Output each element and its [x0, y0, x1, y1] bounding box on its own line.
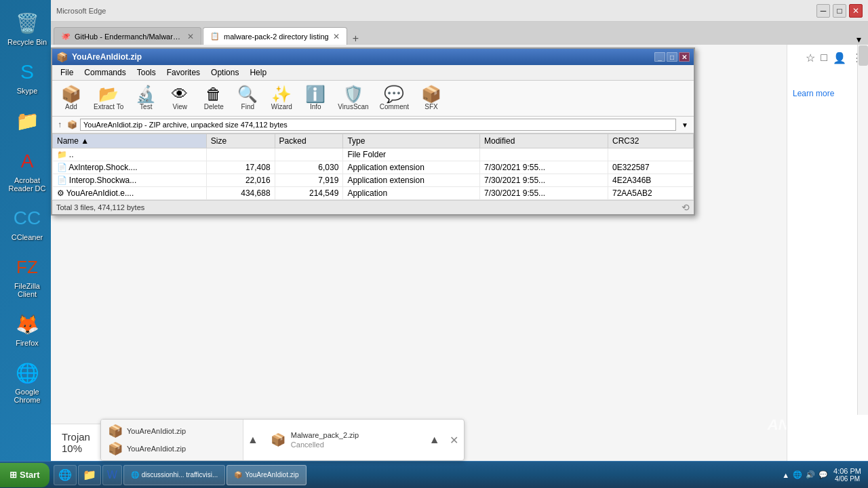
taskbar-word-btn[interactable]: W	[102, 465, 122, 485]
download-left-arrow[interactable]: ▲	[243, 420, 262, 460]
icon-recycle-bin[interactable]: 🗑️ Recycle Bin	[3, 7, 51, 49]
add-icon: 📦	[61, 86, 81, 102]
download-item-1: 📦 YouAreAnIdiot.zip	[108, 424, 236, 439]
trojan-pct2: 10%	[62, 443, 82, 454]
menu-options[interactable]: Options	[205, 66, 244, 79]
toolbar-test[interactable]: 🔬 Test	[130, 83, 162, 113]
tray-volume-icon: 🔊	[806, 470, 815, 479]
toolbar-view[interactable]: 👁 View	[163, 83, 196, 113]
toolbar-extract[interactable]: 📂 Extract To	[89, 83, 128, 113]
browser-minimize-btn[interactable]: ─	[816, 4, 830, 18]
col-header-packed[interactable]: Packed	[275, 134, 343, 148]
icon-acrobat[interactable]: A Acrobat Reader DC	[3, 145, 51, 195]
browser-tab-0[interactable]: 🐙 GitHub - Endermanch/MalwareDatab... ✕	[54, 27, 201, 45]
winrar-menubar: File Commands Tools Favorites Options He…	[52, 65, 694, 81]
tab-1-close[interactable]: ✕	[333, 32, 340, 41]
toolbar-sfx[interactable]: 📦 SFX	[415, 83, 448, 113]
scrollbar-thumb[interactable]	[859, 45, 868, 66]
toolbar-virusscan[interactable]: 🛡️ VirusScan	[333, 83, 373, 113]
file-size-1: 17,408	[206, 161, 275, 174]
toolbar-info[interactable]: ℹ️ Info	[299, 83, 332, 113]
menu-favorites[interactable]: Favorites	[161, 66, 205, 79]
tab-0-label: GitHub - Endermanch/MalwareDatab...	[75, 33, 183, 41]
download-right-arrow[interactable]: ▲	[425, 420, 444, 460]
col-header-name[interactable]: Name ▲	[53, 134, 207, 148]
icon-ccleaner[interactable]: CC CCleaner	[3, 202, 51, 244]
toolbar-add[interactable]: 📦 Add	[55, 83, 87, 113]
winrar-close-btn[interactable]: ✕	[679, 52, 690, 62]
tab-0-close[interactable]: ✕	[187, 32, 194, 41]
view-icon: 👁	[172, 86, 188, 102]
toolbar-comment[interactable]: 💬 Comment	[375, 83, 414, 113]
download-name-2: YouAreAnIdiot.zip	[127, 445, 186, 453]
file-crc32-3: 72AA5AB2	[608, 187, 693, 200]
browser-maximize-btn[interactable]: □	[833, 4, 846, 18]
sidebar-user-icon[interactable]: 👤	[833, 52, 846, 64]
browser-sidebar: ☆ □ 👤 ⋮ ✕ Learn more	[787, 45, 868, 461]
file-type-3: Application	[343, 187, 480, 200]
file-name-2: 📄 Interop.Shockwa...	[53, 174, 207, 187]
col-header-size[interactable]: Size	[206, 134, 275, 148]
start-button[interactable]: ⊞ Start	[0, 463, 50, 487]
menu-file[interactable]: File	[55, 66, 79, 79]
toolbar-delete[interactable]: 🗑 Delete	[197, 83, 230, 113]
icon-explorer[interactable]: 📁	[3, 104, 51, 138]
sfx-icon: 📦	[421, 86, 441, 102]
taskbar-item-0[interactable]: 🌐 discussionhi... trafficvisi...	[123, 465, 226, 485]
winrar-minimize-btn[interactable]: _	[654, 52, 665, 62]
col-header-modified[interactable]: Modified	[479, 134, 608, 148]
resize-grip[interactable]: ⟲	[682, 202, 690, 213]
col-header-crc32[interactable]: CRC32	[608, 134, 693, 148]
test-icon: 🔬	[136, 86, 156, 102]
windows-orb-icon: ⊞	[9, 470, 17, 480]
icon-chrome[interactable]: 🌐 Google Chrome	[3, 357, 51, 407]
file-packed-3: 214,549	[275, 187, 343, 200]
taskbar-ie-btn[interactable]: 🌐	[54, 465, 77, 485]
file-name-0: 📁 ..	[53, 148, 207, 161]
winrar-restore-btn[interactable]: □	[667, 52, 677, 62]
sidebar-star-icon[interactable]: ☆	[806, 52, 815, 64]
download-close-btn[interactable]: ✕	[444, 420, 464, 460]
taskbar-explorer-btn[interactable]: 📁	[78, 465, 101, 485]
trojan-label: Trojan	[62, 431, 90, 443]
address-dropdown-btn[interactable]: ▼	[679, 120, 691, 130]
table-row[interactable]: 📄 Interop.Shockwa... 22,016 7,919 Applic…	[53, 174, 694, 187]
winrar-statusbar: Total 3 files, 474,112 bytes ⟲	[52, 200, 694, 214]
file-exe-icon: ⚙	[57, 188, 64, 198]
up-directory-btn[interactable]: ↑	[55, 119, 64, 131]
table-row[interactable]: 📄 AxInterop.Shock.... 17,408 6,030 Appli…	[53, 161, 694, 174]
system-clock[interactable]: 4:06 PM 4/06 PM	[833, 467, 861, 483]
icon-firefox[interactable]: 🦊 Firefox	[3, 308, 51, 350]
learn-more-link[interactable]: Learn more	[793, 89, 834, 98]
new-tab-button[interactable]: +	[349, 33, 363, 45]
skype-label: Skype	[17, 87, 38, 95]
table-row[interactable]: ⚙ YouAreAnIdiot.e.... 434,688 214,549 Ap…	[53, 187, 694, 200]
browser-close-btn[interactable]: ✕	[849, 4, 863, 18]
icon-filezilla[interactable]: FZ FileZilla Client	[3, 251, 51, 301]
taskbar-item-1[interactable]: 📦 YouAreAnIdiot.zip	[226, 465, 306, 485]
browser-tab-1[interactable]: 📋 malware-pack-2 directory listing ✕	[203, 27, 347, 45]
tab-overflow-button[interactable]: ▾	[852, 34, 865, 45]
file-packed-2: 7,919	[275, 174, 343, 187]
download-right-panel: 📦 Malware_pack_2.zip Cancelled	[262, 420, 425, 460]
vertical-scrollbar[interactable]	[857, 45, 868, 415]
menu-tools[interactable]: Tools	[132, 66, 161, 79]
toolbar-find[interactable]: 🔍 Find	[231, 83, 264, 113]
icon-skype[interactable]: S Skype	[3, 56, 51, 98]
file-modified-0	[479, 148, 608, 161]
recycle-bin-icon: 🗑️	[14, 9, 41, 37]
sidebar-panel-icon[interactable]: □	[821, 52, 827, 64]
delete-label: Delete	[204, 103, 224, 110]
col-header-type[interactable]: Type	[343, 134, 480, 148]
toolbar-wizard[interactable]: ✨ Wizard	[265, 83, 298, 113]
tray-show-hidden[interactable]: ▲	[782, 471, 789, 479]
recycle-bin-label: Recycle Bin	[7, 38, 47, 46]
table-row[interactable]: 📁 .. File Folder	[53, 148, 694, 161]
file-modified-2: 7/30/2021 9:55...	[479, 174, 608, 187]
winrar-controls: _ □ ✕	[654, 52, 690, 62]
winrar-title-text: YouAreAnIdiot.zip	[72, 52, 142, 62]
info-icon: ℹ️	[305, 86, 326, 102]
menu-help[interactable]: Help	[244, 66, 272, 79]
menu-commands[interactable]: Commands	[79, 66, 131, 79]
address-field[interactable]: YouAreAnIdiot.zip - ZIP archive, unpacke…	[80, 119, 676, 131]
